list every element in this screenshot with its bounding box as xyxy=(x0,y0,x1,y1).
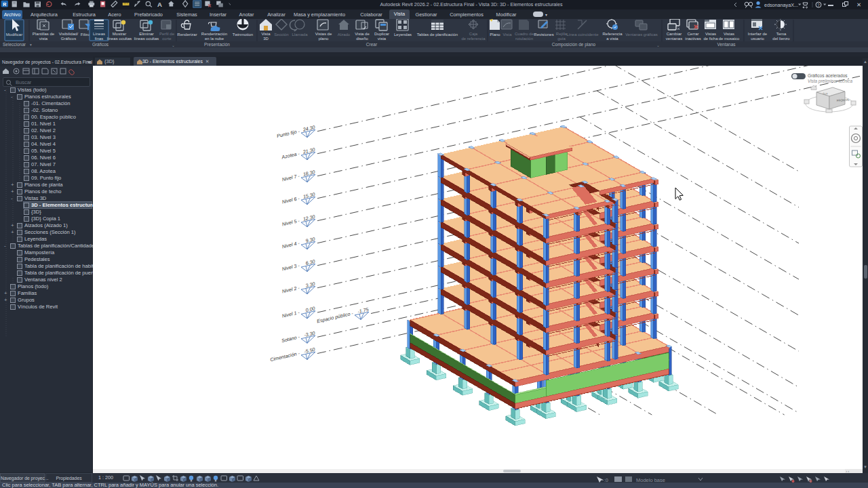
svg-text::0: :0 xyxy=(808,478,812,483)
svg-text::0: :0 xyxy=(604,478,608,483)
